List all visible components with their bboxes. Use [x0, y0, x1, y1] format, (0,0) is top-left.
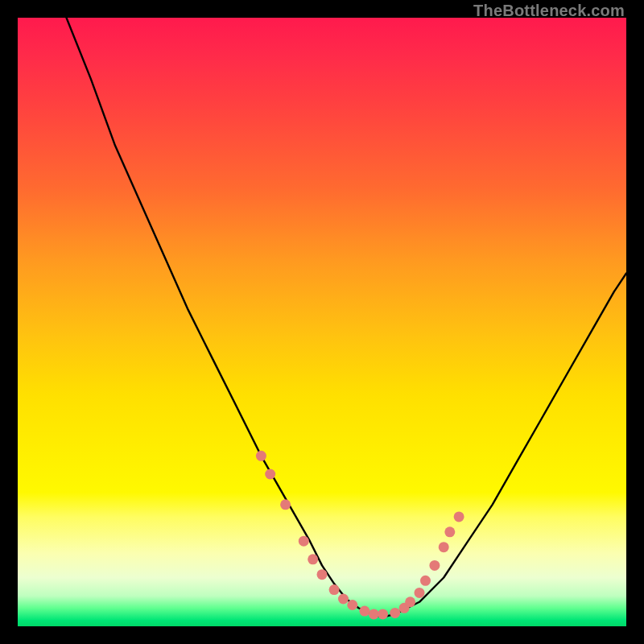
data-point: [454, 511, 464, 522]
data-point: [299, 536, 309, 547]
watermark-text: TheBottleneck.com: [473, 2, 625, 20]
data-point: [280, 499, 291, 510]
data-point: [265, 469, 275, 480]
data-point: [429, 560, 440, 571]
data-point: [415, 588, 425, 598]
data-point: [308, 554, 318, 564]
plot-area: [18, 18, 626, 626]
data-point: [420, 576, 431, 586]
data-point: [329, 584, 340, 595]
data-point: [317, 569, 328, 580]
curve-layer: [18, 18, 626, 626]
data-point: [405, 597, 415, 607]
data-point: [378, 609, 388, 619]
data-point: [359, 606, 369, 617]
data-point: [390, 608, 400, 618]
data-point: [439, 542, 449, 552]
data-point: [338, 594, 349, 605]
data-point: [347, 600, 357, 610]
data-point: [444, 526, 455, 537]
data-point: [256, 451, 266, 461]
bottleneck-curve: [67, 18, 627, 617]
data-point: [369, 609, 379, 619]
chart-stage: TheBottleneck.com: [0, 0, 644, 644]
